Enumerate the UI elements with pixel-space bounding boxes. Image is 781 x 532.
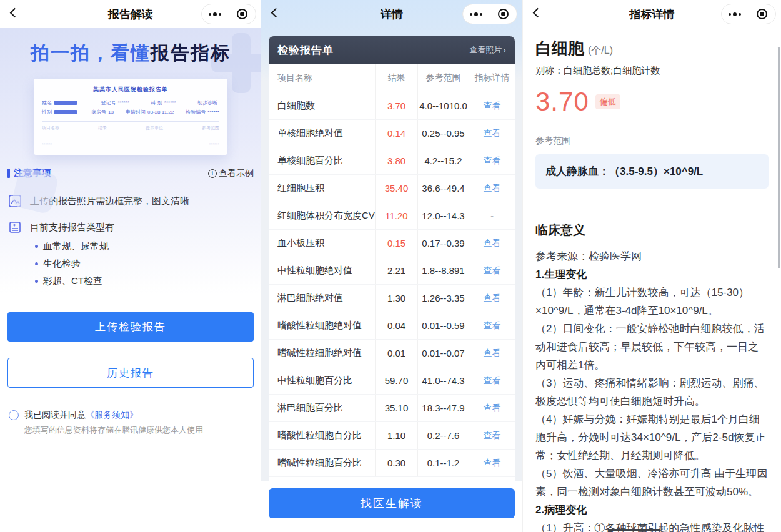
service-terms-link[interactable]: 《服务须知》 — [86, 410, 138, 420]
clinical-paragraph: 参考来源：检验医学网 — [535, 247, 769, 265]
view-detail-link[interactable]: 查看 — [469, 395, 515, 421]
sample-report-faint-row: ******--****** — [42, 137, 219, 147]
history-report-button[interactable]: 历史报告 — [7, 358, 254, 388]
table-row: 淋巴细胞绝对值 1.30 1.26--3.35 查看 — [269, 285, 515, 312]
cell-item-name: 淋巴细胞绝对值 — [269, 285, 375, 312]
screen-report-detail: 详情 检验报告单 查看照片› 项目名称 结果 参考范围 指标详情 — [261, 0, 522, 532]
close-minimize-icon[interactable] — [229, 4, 256, 24]
back-icon[interactable] — [533, 8, 543, 18]
clinical-significance-title: 临床意义 — [535, 222, 769, 239]
column-header-range: 参考范围 — [417, 64, 469, 92]
navbar: 指标详情 — [523, 0, 781, 28]
info-icon — [208, 169, 217, 178]
sample-report-field: 科 别****** — [151, 99, 176, 106]
report-type-item: 生化检验 — [35, 258, 261, 270]
sample-report-field: 申请时间03-28 11.22 — [126, 109, 174, 116]
indicator-alias: 别称：白细胞总数;白细胞计数 — [535, 65, 769, 77]
cell-item-name: 红细胞压积 — [269, 175, 375, 202]
screen-indicator-detail: 指标详情 白细胞 (个/L) 别称：白细胞总数;白细胞计数 3.70 偏低 参考… — [522, 0, 781, 532]
more-menu-icon[interactable] — [463, 4, 490, 24]
cell-result-value: 35.10 — [375, 395, 417, 421]
indicator-unit: (个/L) — [588, 44, 613, 57]
table-body: 白细胞数 3.70 4.0--1010.0 查看 单核细胞绝对值 0.14 0.… — [269, 92, 515, 477]
indicator-name: 白细胞 — [535, 37, 584, 59]
cell-item-name: 白细胞数 — [269, 92, 375, 119]
column-header-result: 结果 — [375, 64, 417, 92]
back-icon[interactable] — [271, 8, 281, 18]
close-minimize-icon[interactable] — [749, 4, 776, 24]
sample-report-field: 病房号13 — [91, 109, 114, 116]
sample-report-field: 初步诊断 — [197, 99, 219, 106]
table-row: 中性粒细胞百分比 59.70 41.0--74.3 查看 — [269, 367, 515, 395]
clinical-paragraph: 2.病理变化 — [535, 501, 769, 519]
cell-result-value: 0.15 — [375, 230, 417, 257]
chevron-right-icon: › — [503, 46, 506, 54]
view-detail-link[interactable]: 查看 — [469, 367, 515, 394]
section-divider — [523, 205, 781, 205]
view-example-link[interactable]: 查看示例 — [208, 168, 254, 179]
sample-report-field: 姓名 — [42, 99, 79, 106]
table-row: 中性粒细胞绝对值 2.21 1.8--8.891 查看 — [269, 257, 515, 285]
more-menu-icon[interactable] — [202, 4, 229, 24]
status-badge: 偏低 — [595, 94, 620, 109]
cell-result-value: 0.04 — [375, 312, 417, 339]
upload-report-button[interactable]: 上传检验报告 — [7, 312, 254, 342]
hero-title-rest: 报告指标 — [151, 42, 231, 63]
cell-reference-range: 1.8--8.891 — [417, 257, 469, 284]
tip-supported-types: 目前支持报告类型有 — [0, 220, 261, 234]
view-detail-link[interactable]: 查看 — [469, 285, 515, 312]
cell-item-name: 中性粒细胞百分比 — [269, 367, 375, 394]
close-minimize-icon[interactable] — [490, 4, 517, 24]
sample-report-title: 某某市人民医院检验报告单 — [42, 86, 219, 94]
table-row: 嗜酸性粒细胞百分比 1.10 0.2--7.6 查看 — [269, 422, 515, 450]
cell-reference-range: 41.0--74.3 — [417, 367, 469, 394]
cell-result-value: 3.80 — [375, 147, 417, 174]
view-detail-link[interactable]: 查看 — [469, 230, 515, 257]
view-photo-link[interactable]: 查看照片› — [469, 44, 506, 56]
report-type-item: 彩超、CT检查 — [35, 275, 261, 287]
hero-title: 拍一拍，看懂报告指标 — [0, 41, 261, 66]
sample-report-field: 登记号****** — [101, 99, 129, 106]
view-detail-link[interactable]: - — [469, 202, 515, 229]
cell-item-name: 淋巴细胞百分比 — [269, 395, 375, 421]
agreement-note: 您填写的信息资料将存储在腾讯健康供您本人使用 — [24, 425, 203, 436]
sample-report-field: 检验编号****** — [186, 109, 219, 116]
agreement-row: 我已阅读并同意《服务须知》 您填写的信息资料将存储在腾讯健康供您本人使用 — [9, 409, 252, 436]
view-detail-link[interactable]: 查看 — [469, 92, 515, 119]
cell-item-name: 嗜酸性粒细胞绝对值 — [269, 312, 375, 339]
find-doctor-button[interactable]: 找医生解读 — [269, 488, 515, 518]
sample-report-field: 性别 — [42, 109, 79, 116]
agreement-radio[interactable] — [9, 410, 19, 420]
cell-result-value: 59.70 — [375, 367, 417, 394]
masked-value — [54, 110, 77, 114]
page-title: 详情 — [381, 7, 403, 22]
view-detail-link[interactable]: 查看 — [469, 312, 515, 339]
report-icon — [9, 221, 21, 234]
indicator-header: 白细胞 (个/L) — [535, 37, 769, 59]
table-row: 嗜碱性粒细胞百分比 0.30 0.1--1.2 查看 — [269, 450, 515, 477]
table-row: 血小板压积 0.15 0.17--0.39 查看 — [269, 230, 515, 257]
view-detail-link[interactable]: 查看 — [469, 450, 515, 476]
lab-report-title: 检验报告单 — [277, 43, 334, 57]
cell-item-name: 血小板压积 — [269, 230, 375, 257]
cell-reference-range: 0.2--7.6 — [417, 422, 469, 449]
cell-reference-range: 0.17--0.39 — [417, 230, 469, 257]
clinical-paragraph: 1.生理变化 — [535, 265, 769, 283]
cell-result-value: 0.14 — [375, 120, 417, 147]
view-detail-link[interactable]: 查看 — [469, 175, 515, 202]
view-detail-link[interactable]: 查看 — [469, 120, 515, 147]
view-detail-link[interactable]: 查看 — [469, 422, 515, 449]
scrollbar[interactable] — [778, 47, 780, 268]
page-title: 指标详情 — [630, 7, 675, 22]
back-icon[interactable] — [10, 8, 20, 18]
report-type-item: 血常规、尿常规 — [35, 240, 261, 252]
view-detail-link[interactable]: 查看 — [469, 147, 515, 174]
masked-value — [54, 101, 77, 105]
more-menu-icon[interactable] — [722, 4, 749, 24]
view-detail-link[interactable]: 查看 — [469, 340, 515, 367]
miniprogram-capsule — [721, 4, 776, 24]
sample-report-table-headers: 项目名称结果提示单位参考范围 — [42, 125, 219, 131]
cell-result-value: 3.70 — [375, 92, 417, 119]
view-detail-link[interactable]: 查看 — [469, 257, 515, 284]
agreement-text: 我已阅读并同意 — [24, 410, 86, 420]
